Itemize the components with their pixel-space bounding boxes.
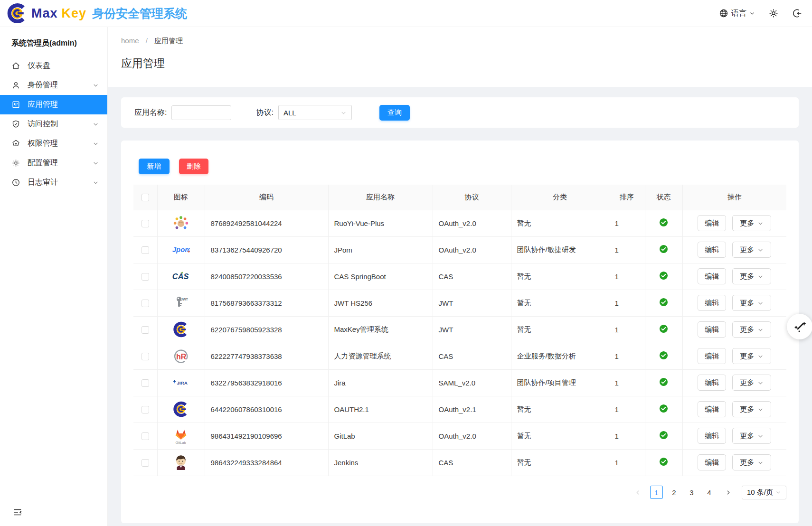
sidebar-item-label: 身份管理: [28, 80, 93, 90]
row-select-cell: [133, 290, 157, 316]
sidebar-item-identity[interactable]: 身份管理: [0, 75, 107, 95]
more-button[interactable]: 更多: [732, 215, 771, 231]
logout-icon: [792, 8, 803, 19]
more-button[interactable]: 更多: [732, 454, 771, 470]
more-button[interactable]: 更多: [732, 242, 771, 258]
chevron-down-icon: [93, 121, 99, 127]
row-checkbox[interactable]: [142, 432, 149, 440]
page-size-value: 10 条/页: [747, 488, 773, 497]
maxkey-logo: [172, 320, 190, 338]
row-checkbox[interactable]: [142, 379, 149, 387]
chevron-down-icon: [93, 141, 99, 147]
column-header: 排序: [609, 185, 645, 210]
edit-button[interactable]: 编辑: [698, 401, 726, 417]
sidebar-item-label: 日志审计: [28, 178, 93, 188]
logout-button[interactable]: [792, 8, 803, 19]
magic-wand-button[interactable]: [787, 314, 812, 339]
more-button[interactable]: 更多: [732, 348, 771, 364]
pagination-page-2[interactable]: 2: [668, 486, 680, 499]
pagination-prev-button[interactable]: [632, 486, 644, 499]
sidebar-item-dashboard[interactable]: 仪表盘: [0, 56, 107, 75]
pagination-page-4[interactable]: 4: [703, 486, 716, 499]
app-code: 876892492581044224: [205, 210, 328, 236]
table-row: 644220607860310016OAUTH2.1OAuth_v2.1暂无1编…: [133, 396, 786, 423]
more-button[interactable]: 更多: [732, 268, 771, 284]
more-button[interactable]: 更多: [732, 295, 771, 311]
settings-icon: [11, 159, 21, 168]
app-icon-cell: hR: [157, 343, 205, 369]
row-select-cell: [133, 263, 157, 290]
status-enabled-icon: [659, 457, 668, 466]
row-checkbox[interactable]: [142, 326, 149, 334]
table-row: 622076759805923328MaxKey管理系统JWT暂无1编辑更多: [133, 316, 786, 343]
edit-button[interactable]: 编辑: [698, 321, 726, 338]
pagination-pages: 1234: [648, 486, 718, 499]
cas-logo: CAS: [172, 267, 190, 285]
row-checkbox[interactable]: [142, 353, 149, 360]
app-icon-cell: Jpom: [157, 236, 205, 263]
app-sort: 1: [609, 369, 645, 396]
identity-icon: [11, 81, 21, 90]
edit-button[interactable]: 编辑: [698, 295, 726, 311]
more-button[interactable]: 更多: [732, 428, 771, 444]
sidebar-item-label: 配置管理: [28, 158, 93, 168]
sidebar-item-permission[interactable]: 权限管理: [0, 134, 107, 153]
add-button[interactable]: 新增: [139, 159, 170, 174]
column-header: 应用名称: [328, 185, 433, 210]
status-enabled-icon: [659, 404, 668, 413]
edit-button[interactable]: 编辑: [698, 348, 726, 364]
row-checkbox[interactable]: [142, 406, 149, 413]
sidebar-item-access[interactable]: 访问控制: [0, 114, 107, 134]
edit-button[interactable]: 编辑: [698, 215, 726, 231]
edit-button[interactable]: 编辑: [698, 375, 726, 391]
row-checkbox[interactable]: [142, 246, 149, 254]
pagination-next-button[interactable]: [722, 486, 734, 499]
app-sort: 1: [609, 210, 645, 236]
edit-button[interactable]: 编辑: [698, 242, 726, 258]
edit-button[interactable]: 编辑: [698, 268, 726, 284]
more-button[interactable]: 更多: [732, 401, 771, 417]
app-icon-cell: [157, 316, 205, 343]
app-name-input[interactable]: [171, 105, 231, 120]
select-all-checkbox[interactable]: [142, 194, 149, 201]
status-enabled-icon: [659, 271, 668, 280]
edit-button[interactable]: 编辑: [698, 454, 726, 470]
more-button[interactable]: 更多: [732, 375, 771, 391]
language-menu[interactable]: 语言: [719, 9, 755, 19]
app-protocol: OAuth_v2.0: [433, 236, 511, 263]
app-name: JPom: [328, 236, 433, 263]
breadcrumb-home-link[interactable]: home: [121, 37, 139, 45]
pagination-page-1[interactable]: 1: [650, 486, 663, 499]
row-select-cell: [133, 396, 157, 423]
edit-button[interactable]: 编辑: [698, 428, 726, 444]
row-checkbox[interactable]: [142, 459, 149, 467]
ruoyi-logo: [172, 214, 190, 232]
table-row: JIRA632279563832918016JiraSAML_v2.0团队协作/…: [133, 369, 786, 396]
app-protocol: OAuth_v2.0: [433, 423, 511, 449]
app-status-cell: [645, 290, 682, 316]
column-header: 协议: [433, 185, 511, 210]
app-code: 986432249333284864: [205, 449, 328, 476]
collapse-sidebar-button[interactable]: [12, 507, 23, 517]
protocol-select[interactable]: ALL: [278, 105, 352, 120]
sidebar-item-settings[interactable]: 配置管理: [0, 153, 107, 173]
settings-button[interactable]: [768, 8, 779, 19]
app-icon-cell: [157, 449, 205, 476]
delete-button[interactable]: 删除: [179, 159, 208, 174]
app-name: JWT HS256: [328, 290, 433, 316]
chevron-down-icon: [757, 300, 764, 306]
sidebar-item-audit[interactable]: 日志审计: [0, 173, 107, 192]
row-checkbox[interactable]: [142, 273, 149, 281]
jpom-logo: Jpom: [172, 241, 190, 259]
row-checkbox[interactable]: [142, 220, 149, 227]
app-category: 暂无: [511, 210, 609, 236]
app-category: 暂无: [511, 449, 609, 476]
search-button[interactable]: 查询: [379, 105, 410, 121]
pagination-page-3[interactable]: 3: [685, 486, 698, 499]
maxkey-logo-icon: [7, 3, 28, 24]
page-size-select[interactable]: 10 条/页: [742, 486, 786, 499]
jwt-logo: JWT: [172, 294, 190, 312]
row-checkbox[interactable]: [142, 300, 149, 307]
more-button[interactable]: 更多: [732, 321, 771, 338]
sidebar-item-apps[interactable]: 应用管理: [0, 95, 107, 114]
